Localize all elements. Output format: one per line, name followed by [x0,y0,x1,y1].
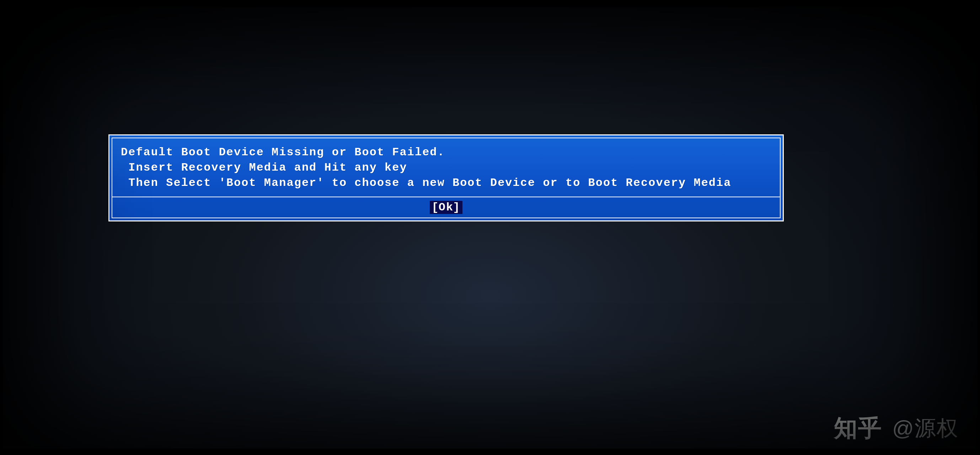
dialog-inner-frame: Default Boot Device Missing or Boot Fail… [111,138,781,218]
zhihu-logo-text: 知乎 [834,412,882,444]
error-message-area: Default Boot Device Missing or Boot Fail… [112,138,780,197]
monitor-bezel-right [977,0,980,455]
monitor-bezel-bottom [0,449,980,455]
error-line-1: Default Boot Device Missing or Boot Fail… [121,145,772,160]
monitor-bezel-top [0,0,980,7]
error-line-2: Insert Recovery Media and Hit any key [121,160,772,175]
watermark-author: @源权 [892,414,959,443]
dialog-button-row: Ok [112,197,780,218]
watermark: 知乎 @源权 [834,412,959,444]
ok-button[interactable]: Ok [430,201,463,214]
photo-vignette [0,0,980,455]
bios-error-dialog: Default Boot Device Missing or Boot Fail… [108,134,784,221]
error-line-3: Then Select 'Boot Manager' to choose a n… [121,175,772,191]
monitor-bezel-left [0,0,3,455]
